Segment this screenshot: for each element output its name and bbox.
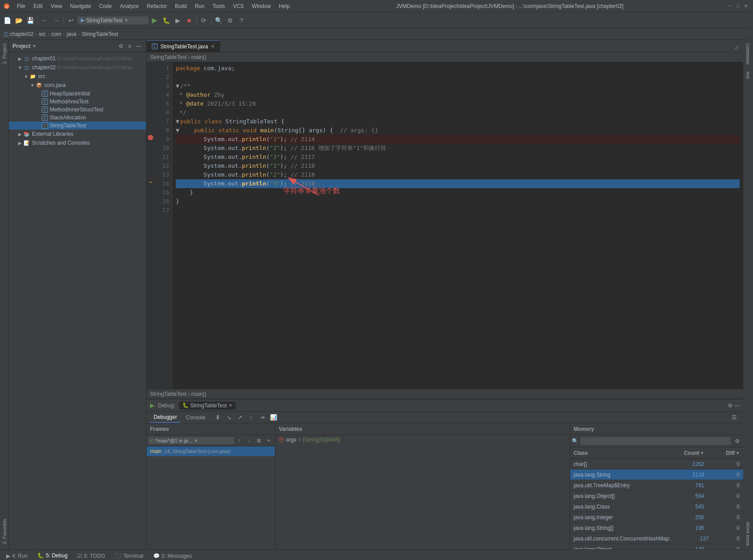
breadcrumb-item-module[interactable]: ◫ chapter02	[4, 31, 33, 37]
maximize-button[interactable]: □	[734, 3, 741, 10]
tree-arrow-scratches[interactable]: ▶	[17, 141, 23, 146]
close-button[interactable]: ✕	[742, 3, 749, 10]
tree-item-stackalloc[interactable]: C StackAllocation	[9, 114, 146, 122]
run-coverage-button[interactable]: ▶	[172, 15, 183, 26]
step-over-button[interactable]: ⬇	[213, 412, 223, 423]
breadcrumb-item-com[interactable]: com	[51, 31, 61, 37]
breadcrumb-item-src[interactable]: src	[39, 31, 46, 37]
frame-add-button[interactable]: +	[264, 436, 273, 445]
tree-item-external-libs[interactable]: ▶ 📚 External Libraries	[9, 130, 146, 138]
debug-button[interactable]: 🐛	[161, 15, 171, 26]
run-configuration[interactable]: ▶ StringTableTest ▼	[77, 16, 148, 24]
step-into-button[interactable]: ↘	[224, 412, 234, 423]
tree-item-methodarea[interactable]: C MethodAreaTest	[9, 98, 146, 106]
memory-row-treemap-entry[interactable]: java.util.TreeMap$Entry 791 0	[570, 480, 743, 491]
project-settings-button[interactable]: ⚙	[117, 42, 125, 50]
tree-item-chapter02[interactable]: ▼ ◫ chapter02 D:\IdeaProject\IdeaProject…	[9, 63, 146, 72]
undo-button[interactable]: ↩	[66, 15, 76, 26]
frame-filter-button[interactable]: ⊞	[254, 436, 263, 445]
debug-tab-close[interactable]: ✕	[229, 403, 232, 408]
tree-item-stringtable[interactable]: C StringTableTest	[9, 122, 146, 130]
tree-arrow-chapter02[interactable]: ▼	[17, 65, 23, 70]
tree-arrow-chapter01[interactable]: ▶	[17, 56, 23, 61]
gutter-9-breakpoint[interactable]	[147, 133, 155, 142]
fold-arrow-8[interactable]: ▼	[176, 126, 179, 135]
fold-arrow-7[interactable]: ▼	[176, 117, 179, 126]
tree-arrow-extlib[interactable]: ▶	[17, 132, 23, 137]
memory-row-string-array[interactable]: java.lang.String[] 196 0	[570, 523, 743, 533]
debug-tab-active[interactable]: 🐛 StringTableTest ✕	[179, 402, 236, 410]
search-button[interactable]: 🔍	[213, 15, 224, 26]
project-layout-button[interactable]: ≡	[126, 42, 134, 50]
memory-row-object[interactable]: java.lang.Object 120 0	[570, 544, 743, 549]
sync-button[interactable]: ⟳	[198, 15, 209, 26]
tree-item-methodinner[interactable]: C MethodInnerStructTest	[9, 106, 146, 114]
back-button[interactable]: ←	[40, 15, 50, 26]
taskbar-messages[interactable]: 💬 0: Messages	[149, 550, 196, 560]
menu-navigate[interactable]: Navigate	[67, 2, 95, 10]
menu-edit[interactable]: Edit	[30, 2, 46, 10]
frame-down-button[interactable]: ↓	[245, 436, 254, 445]
run-to-cursor-button[interactable]: ⇥	[257, 412, 268, 423]
memory-row-class[interactable]: java.lang.Class 545 0	[570, 501, 743, 512]
breadcrumb-item-java[interactable]: java	[67, 31, 76, 37]
menu-help[interactable]: Help	[275, 2, 293, 10]
forward-button[interactable]: →	[51, 15, 62, 26]
menu-build[interactable]: Build	[171, 2, 190, 10]
open-button[interactable]: 📂	[13, 15, 24, 26]
project-collapse-button[interactable]: —	[135, 42, 143, 50]
memory-row-object-array[interactable]: java.lang.Object[] 564 0	[570, 491, 743, 501]
tree-item-scratches[interactable]: ▶ 📝 Scratches and Consoles	[9, 138, 146, 147]
count-sort-icon[interactable]: ▼	[700, 451, 704, 455]
taskbar-debug[interactable]: 🐛 5: Debug	[33, 550, 72, 560]
menu-refactor[interactable]: Refactor	[143, 2, 170, 10]
breadcrumb-item-class[interactable]: StringTableTest	[82, 31, 118, 37]
new-file-button[interactable]: 📄	[2, 15, 12, 26]
save-button[interactable]: 💾	[25, 15, 36, 26]
code-content[interactable]: package com.java; ▼ /** * @author Zhy * …	[172, 62, 743, 389]
help-toolbar-button[interactable]: ?	[236, 15, 247, 26]
taskbar-todo[interactable]: ☑ 6: TODO	[73, 550, 110, 560]
tree-arrow-src[interactable]: ▼	[23, 74, 29, 79]
frame-up-button[interactable]: ↑	[235, 436, 244, 445]
settings-button[interactable]: ⚙	[225, 15, 235, 26]
var-item-args[interactable]: P args = {String[0]@485}	[275, 435, 570, 445]
memory-row-integer[interactable]: java.lang.Integer 256 0	[570, 512, 743, 523]
menu-code[interactable]: Code	[95, 2, 115, 10]
menu-analyze[interactable]: Analyze	[116, 2, 143, 10]
debug-close-icon[interactable]: —	[734, 402, 740, 409]
taskbar-terminal[interactable]: ⬛ Terminal	[111, 550, 148, 560]
tree-arrow-com-java[interactable]: ▼	[29, 83, 36, 88]
menu-tools[interactable]: Tools	[209, 2, 229, 10]
menu-file[interactable]: File	[13, 2, 29, 10]
subtab-console[interactable]: Console	[182, 412, 209, 423]
taskbar-run[interactable]: ▶ 4: Run	[2, 550, 32, 560]
project-dropdown-arrow[interactable]: ▼	[32, 44, 36, 48]
run-button[interactable]: ▶	[149, 15, 160, 26]
stop-button[interactable]: ■	[184, 15, 194, 26]
tree-item-com-java[interactable]: ▼ 📦 com.java	[9, 81, 146, 90]
subtab-debugger[interactable]: Debugger	[150, 412, 181, 423]
menu-run[interactable]: Run	[191, 2, 208, 10]
step-out-button[interactable]: ↑	[246, 412, 257, 423]
frame-item-main[interactable]: main :14, StringTableTest (com.java)	[147, 446, 275, 456]
memory-row-concurrenthashmap[interactable]: java.util.concurrent.ConcurrentHashMap: …	[570, 533, 743, 544]
sidebar-item-project[interactable]: 1: Project	[0, 40, 9, 67]
tree-item-heapspace[interactable]: C HeapSpaceInitial	[9, 90, 146, 98]
debug-run-icon[interactable]: ▶	[150, 402, 155, 409]
editor-tab-stringtable[interactable]: C StringTableTest.java ✕	[147, 40, 220, 52]
restore-layout-button[interactable]: ☰	[729, 412, 740, 423]
evaluate-button[interactable]: 📊	[268, 412, 279, 423]
memory-search-input[interactable]	[580, 437, 731, 445]
editor-tab-close[interactable]: ✕	[211, 44, 214, 49]
tree-item-chapter01[interactable]: ▶ ◫ chapter01 D:\IdeaProject\IdeaProject…	[9, 54, 146, 63]
memory-row-string[interactable]: java.lang.String 2118 0	[570, 469, 743, 480]
menu-view[interactable]: View	[47, 2, 66, 10]
diff-sort-icon[interactable]: ▼	[736, 451, 740, 455]
menu-vcs[interactable]: VCS	[230, 2, 248, 10]
menu-window[interactable]: Window	[248, 2, 274, 10]
fold-arrow-3[interactable]: ▼	[176, 82, 179, 91]
breakpoint-marker-9[interactable]	[148, 135, 153, 140]
memory-col-count-header[interactable]: Count ▼	[663, 450, 708, 456]
debug-settings-icon[interactable]: ⚙	[728, 402, 733, 409]
